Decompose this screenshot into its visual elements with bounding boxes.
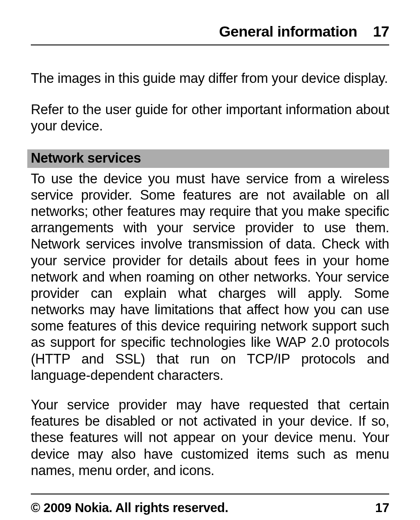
paragraph: Your service provider may have requested… [31, 397, 389, 479]
header-page-number: 17 [373, 23, 389, 40]
paragraph: Refer to the user guide for other import… [31, 101, 389, 134]
page-content: The images in this guide may differ from… [31, 45, 389, 494]
footer-page-number: 17 [375, 501, 389, 515]
paragraph: The images in this guide may differ from… [31, 70, 389, 86]
section-heading: Network services [27, 149, 389, 168]
page-header: General information 17 [31, 23, 389, 45]
page-footer: © 2009 Nokia. All rights reserved. 17 [31, 494, 389, 515]
paragraph: To use the device you must have service … [31, 171, 389, 383]
page: General information 17 The images in thi… [0, 0, 420, 520]
footer-copyright: © 2009 Nokia. All rights reserved. [31, 501, 228, 515]
header-title: General information [219, 23, 357, 40]
